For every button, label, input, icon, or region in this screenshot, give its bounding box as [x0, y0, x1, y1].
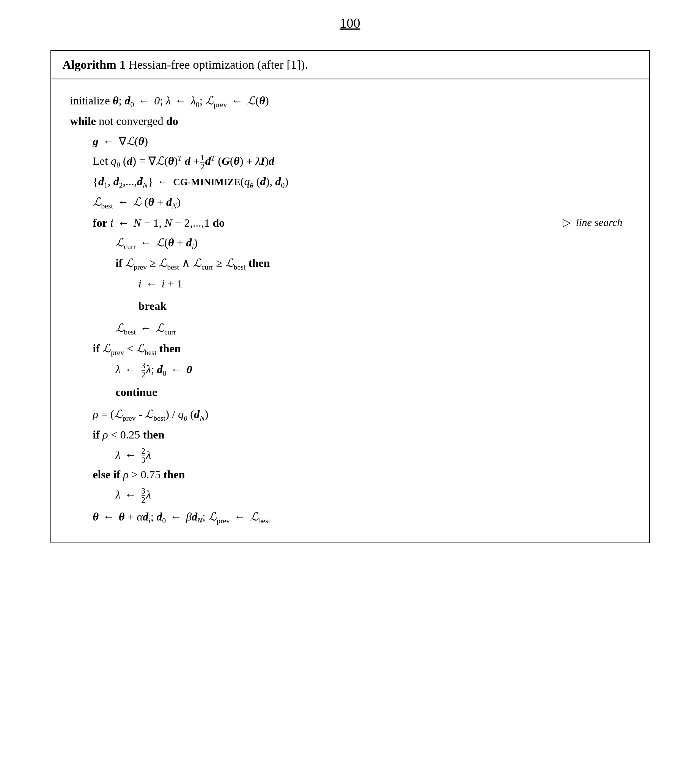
line-if-prev-best: if ℒprev < ℒbest then	[93, 339, 630, 359]
line-continue: continue	[116, 382, 630, 402]
line-else-if-rho-high: else if ρ > 0.75 then	[93, 465, 630, 485]
algorithm-box: Algorithm 1 Hessian-free optimization (a…	[50, 50, 650, 543]
line-qtheta: Let qθ (d) = ∇ℒ(θ)T d +12dT (G(θ) + λI)d	[93, 151, 630, 172]
algorithm-label: Algorithm 1	[63, 58, 126, 71]
line-lambda-decrease: λ ← 23λ	[116, 445, 630, 465]
line-rho: ρ = (ℒprev - ℒbest) / qθ (dN)	[93, 404, 630, 425]
line-i-increment: i ← i + 1	[138, 274, 630, 294]
line-break: break	[138, 296, 630, 316]
line-lambda-increase-2: λ ← 32λ	[116, 485, 630, 505]
line-lbest-init: ℒbest ← ℒ (θ + dN)	[93, 192, 630, 213]
line-if-rho-low: if ρ < 0.25 then	[93, 425, 630, 445]
line-for: for i ← N − 1, N − 2,...,1 do ▷ line sea…	[93, 213, 630, 233]
line-lbest-update: ℒbest ← ℒcurr	[116, 318, 630, 339]
line-update: θ ← θ + αdi; d0 ← βdN; ℒprev ← ℒbest	[93, 507, 630, 527]
line-lambda-increase: λ ← 32λ; d0 ← 0	[116, 360, 630, 380]
algorithm-header: Algorithm 1 Hessian-free optimization (a…	[51, 51, 649, 79]
line-if-condition: if ℒprev ≥ ℒbest ∧ ℒcurr ≥ ℒbest then	[116, 253, 630, 274]
line-while: while not converged do	[70, 111, 630, 131]
line-initialize: initialize θ; d0 ← 0; λ ← λ0; ℒprev ← ℒ(…	[70, 91, 630, 111]
comment-line-search: ▷ line search	[563, 213, 623, 232]
line-cgmin: {d1, d2,...,dN} ← CG-MINIMIZE(qθ (d), d0…	[93, 172, 630, 192]
algorithm-body: initialize θ; d0 ← 0; λ ← λ0; ℒprev ← ℒ(…	[51, 79, 649, 543]
algorithm-title: Hessian-free optimization (after [1]).	[129, 58, 308, 71]
page-number: 100	[340, 15, 360, 31]
line-lcurr: ℒcurr ← ℒ(θ + di)	[116, 233, 630, 253]
line-gradient: g ← ∇ℒ(θ)	[93, 131, 630, 151]
